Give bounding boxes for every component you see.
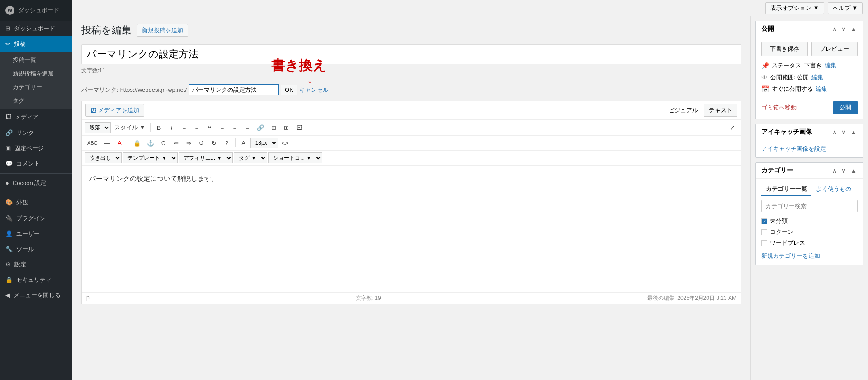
table-button[interactable]: ⊞ (268, 123, 279, 133)
publish-footer: ゴミ箱へ移動 公開 (761, 97, 858, 114)
visual-tab[interactable]: ビジュアル (664, 104, 703, 117)
font-size-select[interactable]: 18px (250, 138, 278, 148)
bold-button[interactable]: B (153, 123, 165, 133)
outdent-button[interactable]: ⇐ (170, 138, 182, 148)
sidebar-item-users[interactable]: 👤 ユーザー (0, 226, 72, 242)
strikethrough-button[interactable]: ABC (85, 138, 100, 147)
undo-button[interactable]: ↺ (196, 138, 208, 148)
fullscreen-button[interactable]: ⤢ (726, 122, 738, 133)
align-center-button[interactable]: ≡ (229, 123, 241, 133)
category-checkbox-1[interactable] (761, 229, 767, 235)
align-left-button[interactable]: ≡ (216, 123, 228, 133)
posts-icon: ✏ (5, 40, 10, 48)
help-icon-button[interactable]: ? (221, 138, 233, 148)
featured-image-collapse-down[interactable]: ∨ (840, 128, 847, 136)
redo-button[interactable]: ↻ (208, 138, 220, 148)
omega-button[interactable]: Ω (158, 138, 170, 148)
sidebar-item-label: メディア (15, 113, 38, 121)
categories-collapse-down[interactable]: ∨ (840, 167, 847, 174)
plugins-icon: 🔌 (5, 214, 13, 223)
add-new-post-button[interactable]: 新規投稿を追加 (137, 24, 188, 37)
publish-collapse-down[interactable]: ∨ (840, 25, 847, 33)
sidebar-item-settings[interactable]: ⚙ 設定 (0, 257, 72, 272)
featured-image-header: アイキャッチ画像 ∧ ∨ ▲ (756, 124, 863, 140)
trash-link[interactable]: ゴミ箱へ移動 (761, 104, 797, 112)
post-title-input[interactable] (81, 44, 741, 64)
preview-button[interactable]: プレビュー (811, 42, 858, 56)
lock-icon-button[interactable]: 🔒 (131, 138, 143, 148)
permalink-input[interactable] (189, 84, 279, 95)
sidebar-item-pages[interactable]: ▣ 固定ページ (0, 141, 72, 156)
help-button[interactable]: ヘルプ ▼ (828, 2, 863, 14)
categories-collapse-up[interactable]: ∧ (831, 167, 838, 174)
bubble-select[interactable]: 吹き出し (85, 152, 122, 163)
status-edit-link[interactable]: 編集 (825, 62, 836, 70)
shortcode-select[interactable]: ショートコ... ▼ (268, 152, 322, 163)
category-item-1: コクーン (761, 227, 858, 238)
new-category-link[interactable]: 新規カテゴリーを追加 (761, 252, 858, 260)
schedule-edit-link[interactable]: 編集 (816, 85, 827, 93)
visibility-label: 公開範囲: 公開 (770, 73, 809, 81)
category-search-input[interactable] (761, 200, 858, 212)
set-featured-image-link[interactable]: アイキャッチ画像を設定 (761, 145, 826, 152)
tag-select[interactable]: タグ ▼ (234, 152, 267, 163)
sidebar-item-posts[interactable]: ✏ 投稿 (0, 36, 72, 52)
permalink-cancel-link[interactable]: キャンセル (299, 86, 329, 94)
publish-close[interactable]: ▲ (849, 25, 858, 33)
category-checkbox-2[interactable] (761, 240, 767, 246)
template-select[interactable]: テンプレート ▼ (123, 152, 178, 163)
text-tab[interactable]: テキスト (704, 104, 737, 117)
visibility-edit-link[interactable]: 編集 (811, 73, 823, 81)
hr-button[interactable]: — (101, 138, 113, 148)
anchor-button[interactable]: ⚓ (144, 138, 157, 148)
sidebar-item-comments[interactable]: 💬 コメント (0, 156, 72, 171)
featured-image-collapse-up[interactable]: ∧ (831, 128, 838, 136)
sidebar-item-security[interactable]: 🔒 セキュリティ (0, 272, 72, 288)
ol-button[interactable]: ≡ (191, 123, 203, 133)
featured-image-close[interactable]: ▲ (849, 128, 858, 136)
sidebar-logo[interactable]: W ダッシュボード (0, 0, 72, 21)
sidebar-item-label: ツール (16, 245, 34, 253)
cat-tab-common[interactable]: よく使うもの (811, 183, 856, 196)
sidebar: W ダッシュボード ⊞ ダッシュボード ✏ 投稿 投稿一覧 新規投稿を追加 カテ… (0, 0, 72, 380)
publish-button[interactable]: 公開 (833, 101, 858, 114)
editor-body[interactable]: パーマリンクの設定について解説します。 (82, 166, 741, 292)
sidebar-sub-add-post[interactable]: 新規投稿を追加 (0, 67, 72, 81)
paragraph-select[interactable]: 段落 (85, 122, 111, 133)
sidebar-item-media[interactable]: 🖼 メディア (0, 109, 72, 125)
font-size-icon-button[interactable]: A (238, 138, 250, 148)
sidebar-item-dashboard[interactable]: ⊞ ダッシュボード (0, 21, 72, 36)
italic-button[interactable]: I (165, 123, 177, 133)
publish-collapse-up[interactable]: ∧ (831, 25, 838, 33)
categories-close[interactable]: ▲ (849, 167, 858, 174)
media-icon: 🖼 (5, 113, 11, 121)
table2-button[interactable]: ⊞ (280, 123, 292, 133)
media-button[interactable]: 🖼 (293, 123, 305, 133)
draft-save-button[interactable]: 下書き保存 (761, 42, 808, 56)
sidebar-sub-categories[interactable]: カテゴリー (0, 81, 72, 94)
toolbar-separator (150, 123, 151, 132)
add-media-button[interactable]: 🖼 メディアを追加 (85, 104, 144, 117)
sidebar-sub-tags[interactable]: タグ (0, 94, 72, 108)
sidebar-item-appearance[interactable]: 🎨 外観 (0, 195, 72, 210)
sidebar-item-tools[interactable]: 🔧 ツール (0, 242, 72, 257)
style-dropdown-button[interactable]: スタイル ▼ (112, 122, 148, 133)
display-options-button[interactable]: 表示オプション ▼ (765, 2, 824, 14)
ul-button[interactable]: ≡ (178, 123, 190, 133)
sidebar-item-collapse[interactable]: ◀ メニューを閉じる (0, 288, 72, 303)
category-checkbox-0[interactable] (761, 218, 767, 224)
sidebar-item-cocoon[interactable]: ● Cocoon 設定 (0, 176, 72, 191)
source-button[interactable]: <> (279, 138, 291, 148)
align-right-button[interactable]: ≡ (241, 123, 253, 133)
permalink-ok-button[interactable]: OK (281, 85, 297, 95)
sidebar-item-plugins[interactable]: 🔌 プラグイン (0, 211, 72, 226)
link-button[interactable]: 🔗 (254, 123, 267, 133)
indent-button[interactable]: ⇒ (183, 138, 195, 148)
publish-box: 公開 ∧ ∨ ▲ 下書き保存 プレビュー 📌 ステータス: 下書き (755, 21, 863, 119)
blockquote-button[interactable]: ❝ (203, 123, 215, 133)
sidebar-sub-all-posts[interactable]: 投稿一覧 (0, 53, 72, 67)
font-color-button[interactable]: A (114, 138, 126, 148)
affiliate-select[interactable]: アフィリエ... ▼ (179, 152, 233, 163)
sidebar-item-links[interactable]: 🔗 リンク (0, 125, 72, 141)
cat-tab-all[interactable]: カテゴリー一覧 (761, 183, 811, 196)
